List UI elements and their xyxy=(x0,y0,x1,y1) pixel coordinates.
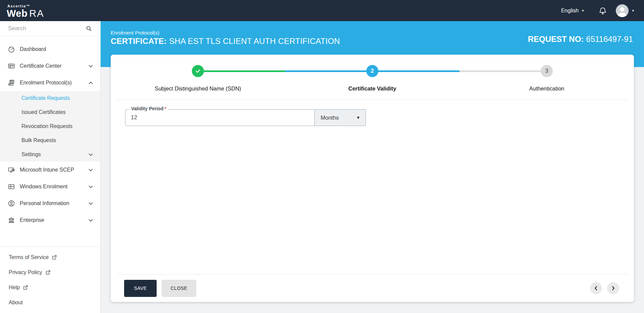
intune-scep-icon xyxy=(7,166,15,174)
step-1-label: Subject Distinguished Name (SDN) xyxy=(111,85,285,92)
link-privacy-policy[interactable]: Privacy Policy xyxy=(0,265,100,280)
chevron-down-icon xyxy=(89,65,93,68)
external-link-icon xyxy=(52,255,57,260)
sidebar-item-label: Microsoft Intune SCEP xyxy=(20,167,74,173)
windows-icon xyxy=(7,183,15,190)
submenu-item-label: Issued Certificates xyxy=(21,109,66,115)
sidebar-item-enrolment-protocols[interactable]: Enrolment Protocol(s) xyxy=(0,74,100,91)
step-number: 3 xyxy=(545,68,548,74)
search-input[interactable] xyxy=(8,25,86,32)
submenu-item-settings[interactable]: Settings xyxy=(0,147,100,162)
validity-unit-dropdown[interactable]: Months ▼ xyxy=(315,109,366,126)
sidebar-item-label: Certificate Center xyxy=(20,63,62,69)
next-step-button[interactable] xyxy=(607,282,619,294)
dashboard-icon xyxy=(7,46,15,53)
enterprise-bank-icon xyxy=(7,216,15,224)
chevron-down-icon xyxy=(89,169,93,172)
request-number: REQUEST NO:65116497-91 xyxy=(528,35,633,44)
enrolment-submenu: Certificate Requests Issued Certificates… xyxy=(0,91,100,162)
link-label: Help xyxy=(9,285,20,291)
page-title-text: SHA EST TLS CLIENT AUTH CERTIFICATION xyxy=(169,37,340,46)
validity-form: Validity Period* Months ▼ xyxy=(125,109,634,126)
step-3-label: Authentication xyxy=(460,85,634,92)
enrolment-protocol-icon xyxy=(7,79,15,86)
chevron-down-icon xyxy=(89,219,93,222)
link-label: Terms of Service xyxy=(9,254,49,260)
person-icon xyxy=(7,200,15,207)
sidebar-search xyxy=(0,21,100,36)
link-terms-of-service[interactable]: Terms of Service xyxy=(0,250,100,265)
submenu-item-label: Certificate Requests xyxy=(21,95,70,101)
top-navigation-bar: Ascertia™ WebRA English ▼ ▼ xyxy=(0,0,644,21)
webra-logo[interactable]: Ascertia™ WebRA xyxy=(7,3,44,18)
link-help[interactable]: Help xyxy=(0,280,100,295)
sidebar-item-personal-information[interactable]: Personal Information xyxy=(0,195,100,212)
submenu-item-issued-certificates[interactable]: Issued Certificates xyxy=(0,105,100,119)
request-number-value: 65116497-91 xyxy=(586,35,633,44)
step-number: 2 xyxy=(371,68,374,74)
request-number-label: REQUEST NO: xyxy=(528,35,584,44)
sidebar-item-label: Dashboard xyxy=(20,46,46,52)
sidebar-nav: Dashboard Certificate Center xyxy=(0,36,100,229)
step-1-circle-done[interactable] xyxy=(192,65,204,77)
submenu-item-bulk-requests[interactable]: Bulk Requests xyxy=(0,133,100,147)
chevron-down-icon xyxy=(89,185,93,188)
certificate-icon xyxy=(7,62,15,70)
sidebar: Dashboard Certificate Center xyxy=(0,21,101,313)
previous-step-button[interactable] xyxy=(590,282,602,294)
submenu-item-label: Bulk Requests xyxy=(21,137,56,143)
external-link-icon xyxy=(23,285,28,290)
sidebar-item-windows-enrolment[interactable]: Windows Enrolment xyxy=(0,178,100,195)
external-link-icon xyxy=(45,270,51,275)
check-icon xyxy=(195,68,201,74)
validity-unit-value: Months xyxy=(321,115,339,121)
validity-period-fieldset xyxy=(125,109,315,126)
sidebar-item-certificate-center[interactable]: Certificate Center xyxy=(0,58,100,74)
step-3-circle-pending[interactable]: 3 xyxy=(541,65,553,77)
page-title-prefix: CERTIFICATE: xyxy=(111,37,167,46)
step-2-label: Certificate Validity xyxy=(285,85,460,92)
wizard-card: 2 3 Subject Distinguished Name (SDN) Cer… xyxy=(111,55,634,302)
sidebar-item-dashboard[interactable]: Dashboard xyxy=(0,41,100,58)
wizard-footer: SAVE CLOSE xyxy=(117,274,628,302)
sidebar-item-label: Enrolment Protocol(s) xyxy=(20,80,72,86)
language-label: English xyxy=(561,8,579,14)
dropdown-caret-icon: ▼ xyxy=(356,115,360,120)
save-button[interactable]: SAVE xyxy=(124,280,157,297)
user-menu-caret-icon[interactable]: ▼ xyxy=(632,9,635,12)
sidebar-footer-links: Terms of Service Privacy Policy Help xyxy=(0,246,100,310)
notifications-bell-icon[interactable] xyxy=(598,6,607,15)
wizard-stepper: 2 3 xyxy=(111,65,634,77)
submenu-item-label: Revocation Requests xyxy=(21,123,72,129)
sidebar-item-microsoft-intune-scep[interactable]: Microsoft Intune SCEP xyxy=(0,162,100,178)
avatar[interactable] xyxy=(616,4,629,17)
required-asterisk: * xyxy=(164,106,166,111)
link-label: About xyxy=(9,300,23,306)
divider xyxy=(117,100,628,100)
chevron-up-icon xyxy=(89,81,93,84)
link-label: Privacy Policy xyxy=(9,269,42,275)
sidebar-item-enterprise[interactable]: Enterprise xyxy=(0,212,100,229)
stepper-labels: Subject Distinguished Name (SDN) Certifi… xyxy=(111,85,634,92)
submenu-item-certificate-requests[interactable]: Certificate Requests xyxy=(0,91,100,105)
webra-brand-text: WebRA xyxy=(7,8,44,19)
sidebar-item-label: Enterprise xyxy=(20,217,44,223)
sidebar-item-label: Windows Enrolment xyxy=(20,184,67,190)
ascertia-brand-text: Ascertia™ xyxy=(7,4,44,8)
validity-period-input[interactable] xyxy=(125,114,314,121)
step-2-circle-active[interactable]: 2 xyxy=(366,65,378,77)
sidebar-item-label: Personal Information xyxy=(20,200,69,206)
chevron-down-icon: ▼ xyxy=(581,9,584,12)
language-selector[interactable]: English ▼ xyxy=(561,8,584,14)
close-button[interactable]: CLOSE xyxy=(162,280,196,297)
search-icon[interactable] xyxy=(86,25,92,32)
main-content: Enrolment Protocol(s) CERTIFICATE:SHA ES… xyxy=(101,21,644,313)
chevron-down-icon xyxy=(89,202,93,205)
submenu-item-revocation-requests[interactable]: Revocation Requests xyxy=(0,119,100,133)
submenu-item-label: Settings xyxy=(21,151,41,158)
chevron-down-icon xyxy=(89,153,93,156)
link-about[interactable]: About xyxy=(0,295,100,310)
validity-period-label: Validity Period* xyxy=(129,106,168,111)
